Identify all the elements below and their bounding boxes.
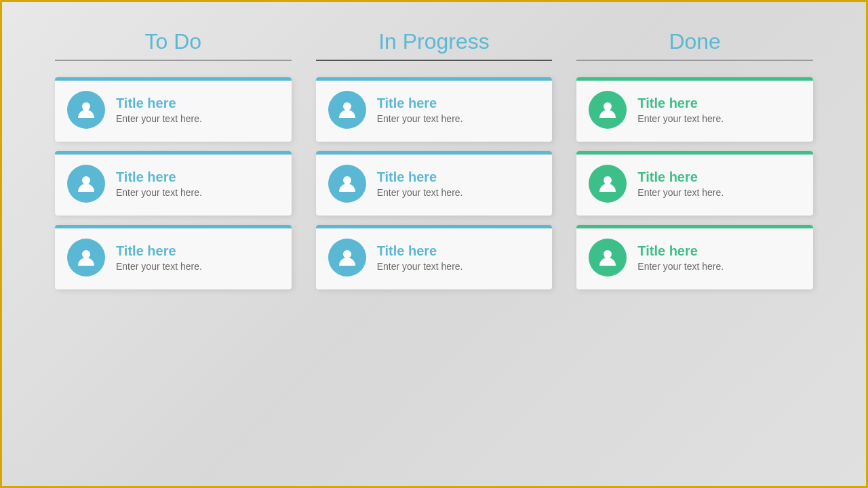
column-done: Done Title here Enter your text here. (564, 29, 825, 459)
avatar-done-3 (589, 239, 627, 277)
card-content-done-3: Title here Enter your text here. (637, 243, 801, 272)
card-content-done-2: Title here Enter your text here. (637, 169, 801, 198)
card-content-todo-3: Title here Enter your text here. (116, 243, 279, 272)
column-title-done: Done (576, 29, 813, 54)
card-title-inprogress-3: Title here (377, 243, 540, 259)
svg-point-6 (604, 102, 612, 110)
card-content-done-1: Title here Enter your text here. (637, 96, 801, 124)
column-title-todo: To Do (55, 29, 292, 54)
avatar-inprogress-3 (328, 239, 366, 277)
column-header-inprogress: In Progress (316, 29, 553, 73)
kanban-board: To Do Title here Enter your text here. (2, 2, 866, 486)
column-header-todo: To Do (55, 29, 292, 73)
column-divider-todo (55, 60, 292, 61)
card-text-inprogress-2: Enter your text here. (377, 187, 540, 198)
card-title-done-2: Title here (637, 169, 801, 185)
column-todo: To Do Title here Enter your text here. (43, 29, 304, 459)
svg-point-8 (604, 250, 612, 258)
card-text-todo-1: Enter your text here. (116, 113, 279, 124)
card-title-done-3: Title here (637, 243, 801, 259)
cards-todo: Title here Enter your text here. Title h… (55, 77, 292, 289)
card-title-todo-2: Title here (116, 169, 279, 185)
card-text-inprogress-3: Enter your text here. (377, 261, 540, 272)
svg-point-3 (343, 102, 351, 110)
avatar-todo-3 (67, 239, 105, 277)
column-title-inprogress: In Progress (316, 29, 553, 54)
avatar-inprogress-2 (328, 165, 366, 203)
card-title-todo-1: Title here (116, 96, 279, 111)
card-content-todo-1: Title here Enter your text here. (116, 96, 279, 124)
card-content-inprogress-3: Title here Enter your text here. (377, 243, 540, 272)
cards-inprogress: Title here Enter your text here. Title h… (316, 77, 553, 289)
card-text-inprogress-1: Enter your text here. (377, 113, 540, 124)
card-content-todo-2: Title here Enter your text here. (116, 169, 279, 198)
avatar-done-2 (589, 165, 627, 203)
card-done-2[interactable]: Title here Enter your text here. (576, 151, 813, 216)
card-text-done-1: Enter your text here. (637, 113, 801, 124)
avatar-todo-1 (67, 91, 105, 129)
card-title-inprogress-2: Title here (377, 169, 540, 185)
card-inprogress-1[interactable]: Title here Enter your text here. (316, 77, 553, 142)
card-content-inprogress-2: Title here Enter your text here. (377, 169, 540, 198)
card-content-inprogress-1: Title here Enter your text here. (377, 96, 540, 124)
card-text-todo-3: Enter your text here. (116, 261, 279, 272)
avatar-todo-2 (67, 165, 105, 203)
card-title-done-1: Title here (637, 96, 801, 111)
svg-point-4 (343, 176, 351, 184)
card-text-done-2: Enter your text here. (637, 187, 801, 198)
svg-point-1 (82, 176, 90, 184)
card-text-todo-2: Enter your text here. (116, 187, 279, 198)
card-text-done-3: Enter your text here. (637, 261, 801, 272)
column-divider-done (576, 60, 813, 61)
card-todo-2[interactable]: Title here Enter your text here. (55, 151, 292, 216)
card-title-inprogress-1: Title here (377, 96, 540, 111)
svg-point-2 (82, 250, 90, 258)
avatar-done-1 (589, 91, 627, 129)
card-title-todo-3: Title here (116, 243, 279, 259)
card-todo-1[interactable]: Title here Enter your text here. (55, 77, 292, 142)
card-inprogress-3[interactable]: Title here Enter your text here. (316, 225, 553, 289)
card-done-3[interactable]: Title here Enter your text here. (576, 225, 813, 289)
column-divider-inprogress (316, 60, 553, 61)
svg-point-5 (343, 250, 351, 258)
svg-point-0 (82, 102, 90, 110)
column-header-done: Done (576, 29, 813, 73)
avatar-inprogress-1 (328, 91, 366, 129)
cards-done: Title here Enter your text here. Title h… (576, 77, 813, 289)
card-done-1[interactable]: Title here Enter your text here. (576, 77, 813, 142)
svg-point-7 (604, 176, 612, 184)
column-inprogress: In Progress Title here Enter your text h… (304, 29, 565, 459)
card-inprogress-2[interactable]: Title here Enter your text here. (316, 151, 553, 216)
card-todo-3[interactable]: Title here Enter your text here. (55, 225, 292, 289)
